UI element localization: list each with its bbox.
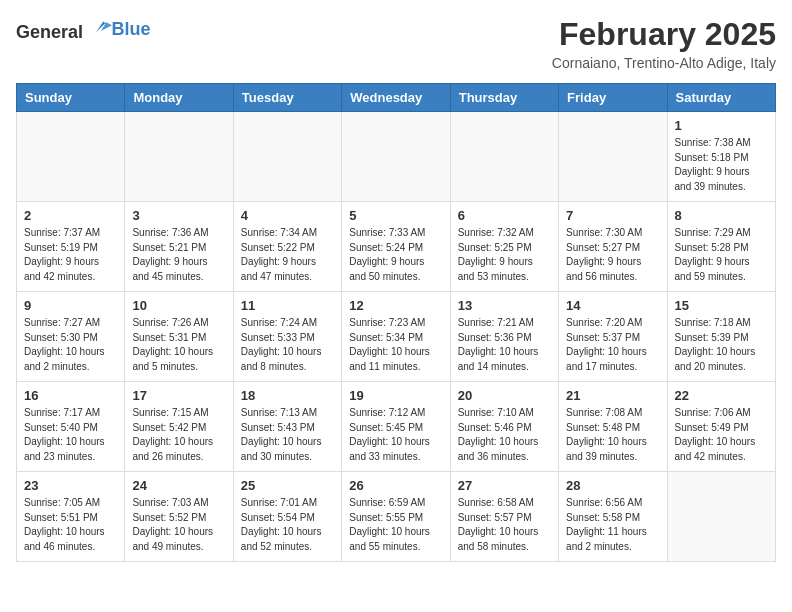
day-info: Sunrise: 6:56 AM Sunset: 5:58 PM Dayligh…: [566, 496, 659, 554]
day-info: Sunrise: 7:05 AM Sunset: 5:51 PM Dayligh…: [24, 496, 117, 554]
calendar-cell: [342, 112, 450, 202]
calendar-cell: 1Sunrise: 7:38 AM Sunset: 5:18 PM Daylig…: [667, 112, 775, 202]
calendar-cell: 18Sunrise: 7:13 AM Sunset: 5:43 PM Dayli…: [233, 382, 341, 472]
calendar-cell: 10Sunrise: 7:26 AM Sunset: 5:31 PM Dayli…: [125, 292, 233, 382]
day-info: Sunrise: 7:33 AM Sunset: 5:24 PM Dayligh…: [349, 226, 442, 284]
day-info: Sunrise: 7:29 AM Sunset: 5:28 PM Dayligh…: [675, 226, 768, 284]
day-info: Sunrise: 7:21 AM Sunset: 5:36 PM Dayligh…: [458, 316, 551, 374]
day-info: Sunrise: 7:17 AM Sunset: 5:40 PM Dayligh…: [24, 406, 117, 464]
day-info: Sunrise: 7:34 AM Sunset: 5:22 PM Dayligh…: [241, 226, 334, 284]
weekday-header-friday: Friday: [559, 84, 667, 112]
day-number: 15: [675, 298, 768, 313]
weekday-header-wednesday: Wednesday: [342, 84, 450, 112]
day-number: 26: [349, 478, 442, 493]
day-number: 3: [132, 208, 225, 223]
calendar-cell: [450, 112, 558, 202]
day-info: Sunrise: 7:01 AM Sunset: 5:54 PM Dayligh…: [241, 496, 334, 554]
day-info: Sunrise: 7:23 AM Sunset: 5:34 PM Dayligh…: [349, 316, 442, 374]
day-number: 22: [675, 388, 768, 403]
calendar-cell: 7Sunrise: 7:30 AM Sunset: 5:27 PM Daylig…: [559, 202, 667, 292]
day-number: 17: [132, 388, 225, 403]
day-number: 27: [458, 478, 551, 493]
day-info: Sunrise: 7:38 AM Sunset: 5:18 PM Dayligh…: [675, 136, 768, 194]
day-info: Sunrise: 7:30 AM Sunset: 5:27 PM Dayligh…: [566, 226, 659, 284]
day-number: 20: [458, 388, 551, 403]
logo-general: General: [16, 16, 112, 43]
calendar-cell: [667, 472, 775, 562]
day-number: 10: [132, 298, 225, 313]
week-row-0: 1Sunrise: 7:38 AM Sunset: 5:18 PM Daylig…: [17, 112, 776, 202]
weekday-header-monday: Monday: [125, 84, 233, 112]
weekday-header-thursday: Thursday: [450, 84, 558, 112]
calendar-cell: 24Sunrise: 7:03 AM Sunset: 5:52 PM Dayli…: [125, 472, 233, 562]
day-number: 5: [349, 208, 442, 223]
day-info: Sunrise: 7:10 AM Sunset: 5:46 PM Dayligh…: [458, 406, 551, 464]
calendar-cell: 2Sunrise: 7:37 AM Sunset: 5:19 PM Daylig…: [17, 202, 125, 292]
calendar-cell: 6Sunrise: 7:32 AM Sunset: 5:25 PM Daylig…: [450, 202, 558, 292]
week-row-1: 2Sunrise: 7:37 AM Sunset: 5:19 PM Daylig…: [17, 202, 776, 292]
day-info: Sunrise: 6:58 AM Sunset: 5:57 PM Dayligh…: [458, 496, 551, 554]
day-info: Sunrise: 7:18 AM Sunset: 5:39 PM Dayligh…: [675, 316, 768, 374]
day-number: 25: [241, 478, 334, 493]
day-number: 23: [24, 478, 117, 493]
weekday-header-saturday: Saturday: [667, 84, 775, 112]
calendar-cell: 26Sunrise: 6:59 AM Sunset: 5:55 PM Dayli…: [342, 472, 450, 562]
calendar-cell: 9Sunrise: 7:27 AM Sunset: 5:30 PM Daylig…: [17, 292, 125, 382]
day-info: Sunrise: 7:32 AM Sunset: 5:25 PM Dayligh…: [458, 226, 551, 284]
day-info: Sunrise: 7:13 AM Sunset: 5:43 PM Dayligh…: [241, 406, 334, 464]
day-info: Sunrise: 7:08 AM Sunset: 5:48 PM Dayligh…: [566, 406, 659, 464]
day-info: Sunrise: 6:59 AM Sunset: 5:55 PM Dayligh…: [349, 496, 442, 554]
day-info: Sunrise: 7:37 AM Sunset: 5:19 PM Dayligh…: [24, 226, 117, 284]
day-number: 28: [566, 478, 659, 493]
day-number: 1: [675, 118, 768, 133]
location: Cornaiano, Trentino-Alto Adige, Italy: [552, 55, 776, 71]
calendar-cell: 4Sunrise: 7:34 AM Sunset: 5:22 PM Daylig…: [233, 202, 341, 292]
calendar-cell: 3Sunrise: 7:36 AM Sunset: 5:21 PM Daylig…: [125, 202, 233, 292]
week-row-3: 16Sunrise: 7:17 AM Sunset: 5:40 PM Dayli…: [17, 382, 776, 472]
day-number: 4: [241, 208, 334, 223]
weekday-header-tuesday: Tuesday: [233, 84, 341, 112]
calendar-cell: [17, 112, 125, 202]
weekday-header-sunday: Sunday: [17, 84, 125, 112]
calendar-cell: 27Sunrise: 6:58 AM Sunset: 5:57 PM Dayli…: [450, 472, 558, 562]
day-number: 2: [24, 208, 117, 223]
logo: General Blue: [16, 16, 151, 43]
day-info: Sunrise: 7:06 AM Sunset: 5:49 PM Dayligh…: [675, 406, 768, 464]
day-info: Sunrise: 7:36 AM Sunset: 5:21 PM Dayligh…: [132, 226, 225, 284]
calendar-cell: 16Sunrise: 7:17 AM Sunset: 5:40 PM Dayli…: [17, 382, 125, 472]
day-number: 7: [566, 208, 659, 223]
calendar-cell: [125, 112, 233, 202]
day-number: 8: [675, 208, 768, 223]
calendar-cell: 21Sunrise: 7:08 AM Sunset: 5:48 PM Dayli…: [559, 382, 667, 472]
calendar-cell: 13Sunrise: 7:21 AM Sunset: 5:36 PM Dayli…: [450, 292, 558, 382]
calendar-table: SundayMondayTuesdayWednesdayThursdayFrid…: [16, 83, 776, 562]
day-info: Sunrise: 7:24 AM Sunset: 5:33 PM Dayligh…: [241, 316, 334, 374]
calendar-cell: 28Sunrise: 6:56 AM Sunset: 5:58 PM Dayli…: [559, 472, 667, 562]
day-info: Sunrise: 7:15 AM Sunset: 5:42 PM Dayligh…: [132, 406, 225, 464]
week-row-4: 23Sunrise: 7:05 AM Sunset: 5:51 PM Dayli…: [17, 472, 776, 562]
day-number: 19: [349, 388, 442, 403]
calendar-cell: [559, 112, 667, 202]
logo-bird-icon: [90, 16, 112, 38]
day-info: Sunrise: 7:26 AM Sunset: 5:31 PM Dayligh…: [132, 316, 225, 374]
calendar-cell: 14Sunrise: 7:20 AM Sunset: 5:37 PM Dayli…: [559, 292, 667, 382]
calendar-cell: 11Sunrise: 7:24 AM Sunset: 5:33 PM Dayli…: [233, 292, 341, 382]
day-number: 11: [241, 298, 334, 313]
day-info: Sunrise: 7:03 AM Sunset: 5:52 PM Dayligh…: [132, 496, 225, 554]
calendar-cell: 15Sunrise: 7:18 AM Sunset: 5:39 PM Dayli…: [667, 292, 775, 382]
day-number: 24: [132, 478, 225, 493]
day-number: 18: [241, 388, 334, 403]
calendar-header-row: SundayMondayTuesdayWednesdayThursdayFrid…: [17, 84, 776, 112]
day-info: Sunrise: 7:20 AM Sunset: 5:37 PM Dayligh…: [566, 316, 659, 374]
calendar-cell: 19Sunrise: 7:12 AM Sunset: 5:45 PM Dayli…: [342, 382, 450, 472]
logo-blue: Blue: [112, 19, 151, 40]
calendar-cell: 25Sunrise: 7:01 AM Sunset: 5:54 PM Dayli…: [233, 472, 341, 562]
day-number: 12: [349, 298, 442, 313]
calendar-cell: 17Sunrise: 7:15 AM Sunset: 5:42 PM Dayli…: [125, 382, 233, 472]
day-info: Sunrise: 7:12 AM Sunset: 5:45 PM Dayligh…: [349, 406, 442, 464]
day-number: 14: [566, 298, 659, 313]
calendar-cell: 20Sunrise: 7:10 AM Sunset: 5:46 PM Dayli…: [450, 382, 558, 472]
calendar-cell: 23Sunrise: 7:05 AM Sunset: 5:51 PM Dayli…: [17, 472, 125, 562]
week-row-2: 9Sunrise: 7:27 AM Sunset: 5:30 PM Daylig…: [17, 292, 776, 382]
month-year: February 2025: [552, 16, 776, 53]
